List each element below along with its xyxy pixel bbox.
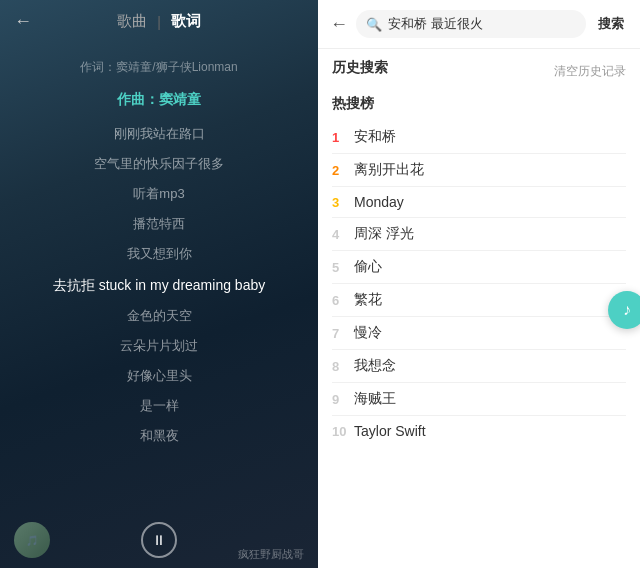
hot-list-item[interactable]: 6繁花 xyxy=(332,284,626,317)
hot-list-item[interactable]: 5偷心 xyxy=(332,251,626,284)
float-music-button[interactable]: ♪ xyxy=(608,291,640,329)
hot-list-item[interactable]: 8我想念 xyxy=(332,350,626,383)
hot-section: 热搜榜 1安和桥2离别开出花3Monday4周深 浮光5偷心6繁花7慢冷8我想念… xyxy=(318,89,640,446)
watermark: 疯狂野厨战哥 xyxy=(238,547,304,562)
search-icon: 🔍 xyxy=(366,17,382,32)
lyric-composer: 作曲：窦靖童 xyxy=(0,83,318,115)
header-tabs: 歌曲 | 歌词 xyxy=(117,12,201,31)
lyric-line: 是一样 xyxy=(0,391,318,421)
lyric-line: 刚刚我站在路口 xyxy=(0,119,318,149)
lyrics-container: 作词：窦靖童/狮子侠Lionman 作曲：窦靖童 刚刚我站在路口 空气里的快乐因… xyxy=(0,43,318,512)
hot-list-item[interactable]: 1安和桥 xyxy=(332,121,626,154)
right-panel: ← 🔍 安和桥 最近很火 搜索 历史搜索 清空历史记录 热搜榜 1安和桥2离别开… xyxy=(318,0,640,568)
tab-lyrics[interactable]: 歌词 xyxy=(171,12,201,31)
hot-rank: 3 xyxy=(332,195,354,210)
hot-list-item[interactable]: 7慢冷 xyxy=(332,317,626,350)
left-header: ← 歌曲 | 歌词 xyxy=(0,0,318,43)
hot-name: 偷心 xyxy=(354,258,382,276)
hot-rank: 7 xyxy=(332,326,354,341)
hot-name: Taylor Swift xyxy=(354,423,426,439)
hot-name: 离别开出花 xyxy=(354,161,424,179)
history-title: 历史搜索 xyxy=(332,59,388,77)
lyric-line: 空气里的快乐因子很多 xyxy=(0,149,318,179)
left-panel: ← 歌曲 | 歌词 作词：窦靖童/狮子侠Lionman 作曲：窦靖童 刚刚我站在… xyxy=(0,0,318,568)
avatar-image: 🎵 xyxy=(14,522,50,558)
clear-history-button[interactable]: 清空历史记录 xyxy=(554,63,626,80)
hot-title: 热搜榜 xyxy=(332,95,626,113)
tab-song[interactable]: 歌曲 xyxy=(117,12,147,31)
search-header: ← 🔍 安和桥 最近很火 搜索 xyxy=(318,0,640,49)
hot-list-item[interactable]: 2离别开出花 xyxy=(332,154,626,187)
avatar: 🎵 xyxy=(14,522,50,558)
lyric-line: 和黑夜 xyxy=(0,421,318,451)
hot-name: 慢冷 xyxy=(354,324,382,342)
lyric-line: 云朵片片划过 xyxy=(0,331,318,361)
search-bar[interactable]: 🔍 安和桥 最近很火 xyxy=(356,10,586,38)
hot-list: 1安和桥2离别开出花3Monday4周深 浮光5偷心6繁花7慢冷8我想念9海贼王… xyxy=(332,121,626,446)
hot-name: 海贼王 xyxy=(354,390,396,408)
hot-rank: 6 xyxy=(332,293,354,308)
tab-divider: | xyxy=(157,14,161,30)
hot-rank: 1 xyxy=(332,130,354,145)
hot-rank: 9 xyxy=(332,392,354,407)
lyric-author: 作词：窦靖童/狮子侠Lionman xyxy=(0,53,318,81)
play-pause-button[interactable]: ⏸ xyxy=(141,522,177,558)
lyric-line: 播范特西 xyxy=(0,209,318,239)
hot-name: 繁花 xyxy=(354,291,382,309)
lyric-line-highlighted: 去抗拒 stuck in my dreaming baby xyxy=(0,269,318,301)
lyric-line: 好像心里头 xyxy=(0,361,318,391)
hot-rank: 8 xyxy=(332,359,354,374)
hot-list-item[interactable]: 4周深 浮光 xyxy=(332,218,626,251)
hot-rank: 2 xyxy=(332,163,354,178)
search-query-text: 安和桥 最近很火 xyxy=(388,15,483,33)
lyric-line: 听着mp3 xyxy=(0,179,318,209)
hot-list-item[interactable]: 9海贼王 xyxy=(332,383,626,416)
hot-name: 安和桥 xyxy=(354,128,396,146)
back-button-right[interactable]: ← xyxy=(330,14,348,35)
search-submit-button[interactable]: 搜索 xyxy=(594,15,628,33)
lyric-line: 金色的天空 xyxy=(0,301,318,331)
hot-list-item[interactable]: 10Taylor Swift xyxy=(332,416,626,446)
right-panel-wrapper: ← 🔍 安和桥 最近很火 搜索 历史搜索 清空历史记录 热搜榜 1安和桥2离别开… xyxy=(318,0,640,568)
hot-name: 周深 浮光 xyxy=(354,225,414,243)
hot-rank: 5 xyxy=(332,260,354,275)
hot-list-item[interactable]: 3Monday xyxy=(332,187,626,218)
hot-rank: 10 xyxy=(332,424,354,439)
hot-name: Monday xyxy=(354,194,404,210)
back-button-left[interactable]: ← xyxy=(14,11,32,32)
hot-name: 我想念 xyxy=(354,357,396,375)
hot-rank: 4 xyxy=(332,227,354,242)
history-section: 历史搜索 清空历史记录 xyxy=(318,49,640,89)
lyric-line: 我又想到你 xyxy=(0,239,318,269)
